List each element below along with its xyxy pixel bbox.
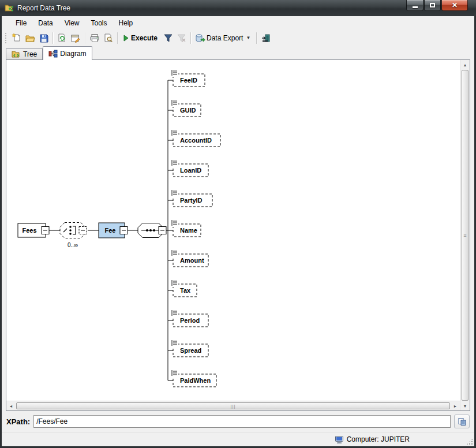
new-button[interactable] xyxy=(10,31,23,44)
vertical-scrollbar[interactable]: ▲ ≡ ▼ xyxy=(460,60,470,410)
diagram-node-period[interactable]: Period xyxy=(168,309,208,327)
scrollbar-grip: ||| xyxy=(230,404,235,409)
element-label: PartyID xyxy=(180,197,203,204)
horizontal-scrollbar[interactable]: ◄ ||| ► xyxy=(6,401,460,410)
diagram-compositor-sequence[interactable] xyxy=(138,223,166,238)
diagram-node-name[interactable]: Name xyxy=(168,219,201,237)
save-icon xyxy=(39,33,48,43)
scrollbar-grip: ≡ xyxy=(463,234,466,237)
element-icon xyxy=(171,309,178,317)
window-controls: ✕ xyxy=(406,0,468,11)
expand-collapse-handle[interactable] xyxy=(42,227,49,234)
clear-filter-button[interactable] xyxy=(175,31,188,44)
expand-collapse-handle[interactable] xyxy=(159,227,166,234)
scroll-right-button[interactable]: ► xyxy=(451,401,460,410)
element-icon xyxy=(171,99,178,107)
menu-help[interactable]: Help xyxy=(113,17,139,29)
diagram-node-root[interactable]: Fees xyxy=(18,223,49,237)
diagram-node-loanid[interactable]: LoanID xyxy=(168,159,208,177)
print-preview-icon xyxy=(103,33,113,43)
close-button[interactable]: ✕ xyxy=(441,0,468,11)
print-preview-button[interactable] xyxy=(102,31,115,44)
element-label: Name xyxy=(180,227,197,234)
menu-data[interactable]: Data xyxy=(32,17,58,29)
exit-button[interactable] xyxy=(259,31,272,44)
menubar: File Data View Tools Help xyxy=(2,16,474,30)
horizontal-scrollbar-thumb[interactable]: ||| xyxy=(16,402,450,409)
exit-icon xyxy=(261,33,271,43)
diagram-node-accountid[interactable]: AccountID xyxy=(168,129,220,147)
diagram-tab-icon xyxy=(48,50,58,58)
vertical-scrollbar-thumb[interactable]: ≡ xyxy=(462,70,468,401)
element-icon xyxy=(171,159,178,167)
filter-button[interactable] xyxy=(162,31,175,44)
diagram-node-record[interactable]: Fee xyxy=(99,223,128,238)
app-icon xyxy=(5,3,14,13)
chevron-down-icon: ▼ xyxy=(245,35,252,40)
toolbar-separator xyxy=(117,32,118,44)
scroll-up-button[interactable]: ▲ xyxy=(460,60,470,69)
element-icon xyxy=(171,369,178,377)
expand-collapse-handle[interactable] xyxy=(120,227,128,234)
scroll-down-button[interactable]: ▼ xyxy=(460,401,470,410)
save-button[interactable] xyxy=(37,31,50,44)
element-label: GUID xyxy=(180,107,196,114)
xpath-bar: XPath: xyxy=(2,411,474,432)
diagram-node-tax[interactable]: Tax xyxy=(168,279,197,297)
menu-file[interactable]: File xyxy=(10,17,32,29)
toolbar-separator xyxy=(190,32,191,44)
properties-button[interactable] xyxy=(69,31,83,44)
execute-button[interactable]: Execute xyxy=(120,31,162,44)
refresh-icon xyxy=(57,33,67,43)
diagram-node-amount[interactable]: Amount xyxy=(168,249,208,267)
element-icon xyxy=(171,129,178,137)
statusbar: Computer: JUPITER xyxy=(2,432,474,446)
diagram-canvas[interactable]: Fees0..∞FeeFeeIDGUIDAccountIDLoanIDParty… xyxy=(6,60,460,401)
toolbar: Execute Data Export xyxy=(2,30,474,46)
tabstrip: Tree Diagram xyxy=(2,46,474,59)
tab-tree[interactable]: Tree xyxy=(6,48,43,59)
resize-grip[interactable] xyxy=(467,439,473,445)
diagram-compositor-occurrence[interactable]: 0..∞ xyxy=(60,223,87,249)
diagram-node-partyid[interactable]: PartyID xyxy=(168,189,212,207)
diagram-node-paidwhen[interactable]: PaidWhen xyxy=(168,369,216,387)
print-button[interactable] xyxy=(88,31,102,44)
data-export-button[interactable]: Data Export ▼ xyxy=(193,31,254,44)
execute-label: Execute xyxy=(130,34,160,42)
close-icon: ✕ xyxy=(452,1,458,9)
scroll-left-button[interactable]: ◄ xyxy=(6,401,16,410)
occurrence-label: 0..∞ xyxy=(68,242,78,248)
maximize-button[interactable] xyxy=(424,0,441,11)
minimize-button[interactable] xyxy=(406,0,423,11)
app-window: Report Data Tree ✕ File Data View Tools … xyxy=(0,0,476,448)
toolbar-grip[interactable] xyxy=(5,33,8,43)
refresh-button[interactable] xyxy=(55,31,69,44)
xpath-input[interactable] xyxy=(33,415,451,428)
properties-icon xyxy=(70,33,81,43)
expand-collapse-handle[interactable] xyxy=(79,227,87,234)
open-folder-icon xyxy=(25,33,35,43)
element-icon xyxy=(171,219,178,227)
element-icon xyxy=(171,339,178,347)
client-area: File Data View Tools Help xyxy=(2,16,474,446)
element-label: Tax xyxy=(180,287,191,294)
schema-diagram: Fees0..∞FeeFeeIDGUIDAccountIDLoanIDParty… xyxy=(6,60,460,400)
filter-icon xyxy=(163,33,173,43)
element-label: FeeID xyxy=(180,77,197,84)
diagram-panel: Fees0..∞FeeFeeIDGUIDAccountIDLoanIDParty… xyxy=(6,59,470,411)
data-export-icon xyxy=(195,33,205,43)
tab-diagram[interactable]: Diagram xyxy=(43,46,92,60)
diagram-node-feeid[interactable]: FeeID xyxy=(168,69,205,87)
tab-tree-label: Tree xyxy=(23,50,37,58)
copy-icon xyxy=(458,417,467,426)
computer-icon xyxy=(335,435,344,444)
element-label: Amount xyxy=(180,257,204,264)
element-icon xyxy=(171,189,178,197)
copy-xpath-button[interactable] xyxy=(454,415,470,428)
open-button[interactable] xyxy=(23,31,37,44)
menu-view[interactable]: View xyxy=(59,17,85,29)
diagram-node-guid[interactable]: GUID xyxy=(168,99,201,117)
menu-tools[interactable]: Tools xyxy=(85,17,113,29)
element-icon xyxy=(171,249,178,257)
diagram-node-spread[interactable]: Spread xyxy=(168,339,208,357)
